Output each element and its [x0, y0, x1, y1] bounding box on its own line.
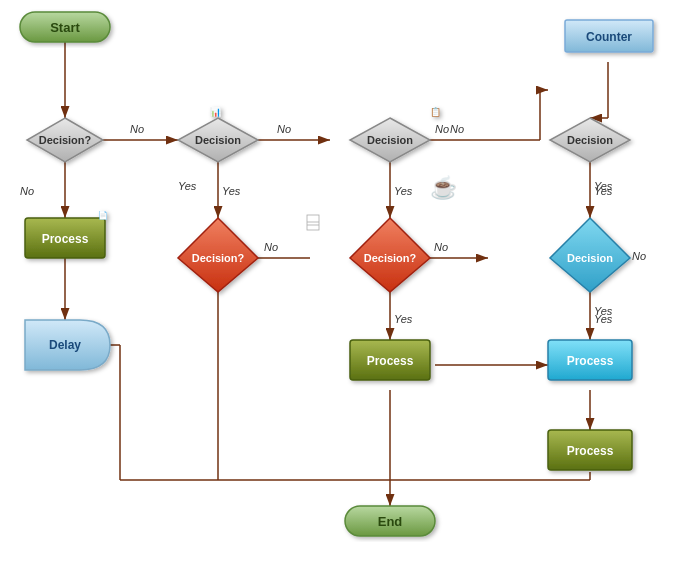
decision5-node: Decision? [350, 218, 430, 292]
counter-node: Counter [565, 20, 653, 52]
end-label: End [378, 514, 403, 529]
svg-text:No: No [264, 241, 278, 253]
process4-label: Process [567, 444, 614, 458]
delay-node: Delay [25, 320, 110, 370]
decision3-node: Decision 📋 [350, 106, 442, 162]
decision7-node: Decision [550, 218, 630, 292]
process4-node: Process [548, 430, 632, 470]
delay-label: Delay [49, 338, 81, 352]
process3-node: Process [548, 340, 632, 380]
svg-text:☕: ☕ [430, 174, 458, 201]
decision4-node: Decision? [178, 218, 258, 292]
svg-text:Yes: Yes [178, 180, 197, 192]
svg-text:No: No [130, 123, 144, 135]
svg-text:📋: 📋 [430, 106, 442, 118]
process1-label: Process [42, 232, 89, 246]
doc-icon [307, 215, 319, 230]
svg-text:No: No [20, 185, 34, 197]
svg-text:Yes: Yes [594, 305, 613, 317]
svg-text:No: No [277, 123, 291, 135]
svg-text:Yes: Yes [394, 185, 413, 197]
svg-text:Yes: Yes [222, 185, 241, 197]
svg-text:📊: 📊 [210, 106, 222, 118]
decision5-label: Decision? [364, 252, 417, 264]
svg-rect-55 [307, 215, 319, 230]
process1-node: Process 📄 [25, 210, 108, 258]
start-label: Start [50, 20, 80, 35]
decision6-label: Decision [567, 134, 613, 146]
decision3-label: Decision [367, 134, 413, 146]
decision1-node: Decision? [27, 118, 103, 162]
svg-text:Yes: Yes [594, 180, 613, 192]
decision1-label: Decision? [39, 134, 92, 146]
svg-text:No: No [450, 123, 464, 135]
decision2-label: Decision [195, 134, 241, 146]
tea-icon: ☕ [430, 174, 458, 201]
start-node: Start [20, 12, 110, 42]
counter-label: Counter [586, 30, 632, 44]
svg-text:No: No [632, 250, 646, 262]
process2-node: Process [350, 340, 430, 380]
decision4-label: Decision? [192, 252, 245, 264]
end-node: End [345, 506, 435, 536]
decision2-node: Decision 📊 [178, 106, 258, 162]
svg-text:📄: 📄 [98, 210, 108, 220]
decision7-label: Decision [567, 252, 613, 264]
svg-text:No: No [434, 241, 448, 253]
decision6-node: Decision [550, 118, 630, 162]
process2-label: Process [367, 354, 414, 368]
process3-label: Process [567, 354, 614, 368]
svg-text:Yes: Yes [394, 313, 413, 325]
svg-text:No: No [435, 123, 449, 135]
